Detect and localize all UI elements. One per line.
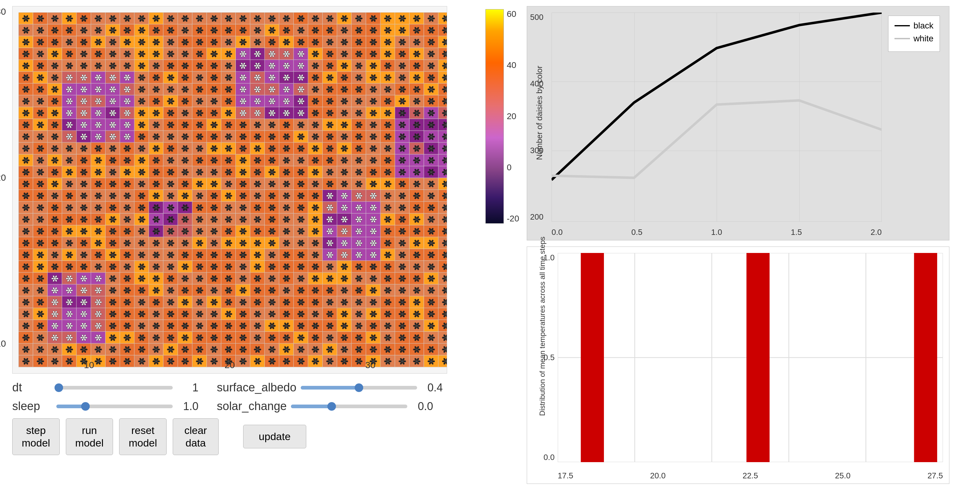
charts-section: Number of daisies by color 500 400 300 2… — [527, 0, 956, 490]
colorbar-gradient — [485, 9, 504, 224]
line-chart-y-ticks: 500 400 300 200 — [530, 13, 543, 222]
x-label-15: 1.5 — [791, 228, 802, 237]
x-label-10: 10 — [84, 360, 94, 370]
grid-visualization: 30 20 10 10 20 30 — [12, 6, 447, 374]
sliders-row-2: sleep 1.0 solar_change 0.0 — [12, 400, 447, 413]
buttons-row: stepmodel runmodel resetmodel cleardata … — [12, 418, 447, 455]
dt-slider-track[interactable] — [56, 386, 173, 390]
line-chart-svg — [552, 13, 882, 222]
surface-albedo-slider-track[interactable] — [301, 386, 417, 390]
colorbar-tick-neg20: -20 — [507, 214, 519, 224]
y-label-20: 20 — [0, 172, 6, 183]
y-tick-500: 500 — [530, 13, 543, 22]
legend-black: black — [894, 21, 934, 30]
line-chart-box: Number of daisies by color 500 400 300 2… — [527, 6, 950, 240]
bar-chart-x-labels: 17.5 20.0 22.5 25.0 27.5 — [558, 471, 943, 480]
solar-change-slider-fill — [291, 404, 332, 408]
y-label-30: 30 — [0, 6, 6, 17]
y-bar-tick-05: 0.5 — [530, 353, 555, 362]
sleep-label: sleep — [12, 400, 52, 413]
black-daisy-line — [552, 13, 882, 180]
x-bar-label-200: 20.0 — [650, 471, 666, 480]
line-chart-x-labels: 0.0 0.5 1.0 1.5 2.0 — [552, 228, 882, 237]
chart-legend: black white — [888, 16, 940, 52]
white-daisy-line — [552, 100, 882, 178]
colorbar-tick-0: 0 — [507, 162, 519, 172]
solar-change-value: 0.0 — [412, 400, 433, 413]
colorbar-tick-20: 20 — [507, 111, 519, 121]
x-bar-label-250: 25.0 — [835, 471, 851, 480]
surface-albedo-slider-group: surface_albedo 0.4 — [217, 381, 443, 394]
grid-canvas — [13, 6, 447, 373]
surface-albedo-value: 0.4 — [422, 381, 443, 394]
surface-albedo-slider-thumb[interactable] — [355, 383, 363, 392]
left-panel: 30 20 10 10 20 30 dt 1 surface_albe — [0, 0, 478, 490]
dt-value: 1 — [177, 381, 199, 394]
colorbar-tick-40: 40 — [507, 60, 519, 70]
bar-chart-svg — [558, 253, 943, 462]
legend-white-label: white — [913, 34, 934, 43]
legend-black-label: black — [913, 21, 934, 30]
sleep-slider-track[interactable] — [56, 404, 173, 408]
x-label-10: 1.0 — [711, 228, 722, 237]
update-button[interactable]: update — [243, 425, 306, 449]
y-tick-400: 400 — [530, 79, 543, 89]
x-label-30: 30 — [365, 360, 375, 370]
bar-3 — [914, 253, 937, 462]
controls-area: dt 1 surface_albedo 0.4 sleep — [12, 381, 447, 455]
bar-1 — [581, 253, 604, 462]
reset-model-button[interactable]: resetmodel — [119, 418, 167, 455]
x-label-20: 2.0 — [871, 228, 882, 237]
legend-white: white — [894, 34, 934, 43]
solar-change-slider-track[interactable] — [291, 404, 407, 408]
dt-slider-group: dt 1 — [12, 381, 199, 394]
y-bar-tick-1: 1.0 — [530, 253, 555, 262]
y-label-10: 10 — [0, 339, 6, 349]
solar-change-slider-thumb[interactable] — [328, 402, 336, 411]
bar-chart-y-ticks: 1.0 0.5 0.0 — [530, 253, 555, 462]
x-label-0: 0.0 — [552, 228, 563, 237]
run-model-button[interactable]: runmodel — [66, 418, 113, 455]
sliders-row-1: dt 1 surface_albedo 0.4 — [12, 381, 447, 394]
solar-change-label: solar_change — [217, 400, 286, 413]
x-label-05: 0.5 — [631, 228, 642, 237]
bar-chart-box: Distribution of mean temperatures across… — [527, 247, 950, 484]
right-panel: 60 40 20 0 -20 Number of daisies by colo… — [478, 0, 956, 490]
x-label-20: 20 — [224, 360, 235, 370]
legend-black-line — [894, 25, 910, 26]
colorbar-section: 60 40 20 0 -20 — [478, 0, 527, 490]
colorbar-wrap: 60 40 20 0 -20 — [485, 9, 519, 224]
surface-albedo-slider-fill — [301, 386, 359, 390]
sleep-value: 1.0 — [177, 400, 199, 413]
colorbar-ticks: 60 40 20 0 -20 — [507, 9, 519, 224]
dt-slider-thumb[interactable] — [54, 383, 63, 392]
y-tick-300: 300 — [530, 146, 543, 155]
legend-white-line — [894, 38, 910, 39]
x-bar-label-225: 22.5 — [743, 471, 758, 480]
clear-data-button[interactable]: cleardata — [173, 418, 219, 455]
dt-label: dt — [12, 381, 52, 394]
sleep-slider-thumb[interactable] — [81, 402, 90, 411]
y-bar-tick-0: 0.0 — [530, 453, 555, 462]
step-model-button[interactable]: stepmodel — [12, 418, 60, 455]
solar-change-slider-group: solar_change 0.0 — [217, 400, 433, 413]
x-bar-label-275: 27.5 — [928, 471, 943, 480]
y-tick-200: 200 — [530, 212, 543, 222]
x-bar-label-175: 17.5 — [558, 471, 573, 480]
sleep-slider-group: sleep 1.0 — [12, 400, 199, 413]
colorbar-tick-60: 60 — [507, 9, 519, 19]
bar-2 — [746, 253, 769, 462]
surface-albedo-label: surface_albedo — [217, 381, 296, 394]
